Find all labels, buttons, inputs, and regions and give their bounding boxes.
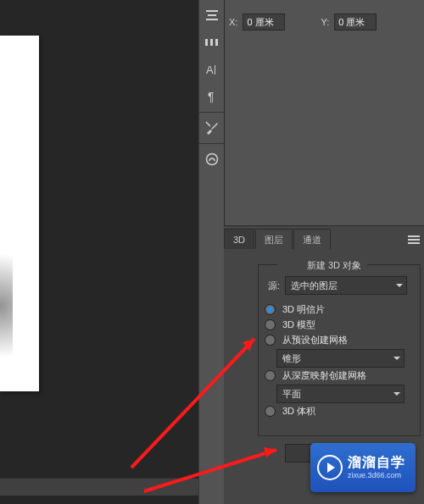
depth-map-value: 平面	[282, 389, 301, 399]
y-input[interactable]: 0 厘米	[334, 14, 377, 30]
svg-rect-12	[408, 239, 420, 241]
svg-rect-3	[205, 39, 208, 46]
paragraph-panel-icon[interactable]: ¶	[200, 85, 223, 108]
source-dropdown[interactable]: 选中的图层	[285, 276, 407, 295]
tab-3d[interactable]: 3D	[224, 229, 254, 250]
svg-rect-11	[408, 235, 420, 237]
play-icon	[317, 455, 343, 480]
status-bar	[0, 478, 198, 496]
preset-mesh-dropdown[interactable]: 锥形	[276, 349, 404, 368]
chevron-down-icon	[396, 284, 403, 287]
svg-line-9	[206, 122, 210, 126]
brush-presets-icon[interactable]	[200, 116, 223, 140]
distribute-spacing-icon[interactable]	[200, 30, 223, 54]
svg-rect-13	[408, 242, 420, 244]
label-depth-map[interactable]: 从深度映射创建网格	[282, 369, 366, 382]
svg-rect-0	[206, 10, 218, 12]
svg-rect-1	[208, 14, 216, 16]
svg-rect-4	[210, 39, 213, 46]
align-distribute-icon[interactable]	[200, 3, 223, 27]
source-value: 选中的图层	[291, 280, 338, 291]
watermark-url: zixue.3d66.com	[348, 472, 405, 480]
radio-3d-model[interactable]	[265, 319, 276, 330]
label-preset-mesh[interactable]: 从预设创建网格	[282, 334, 348, 346]
group-title: 新建 3D 对象	[258, 259, 410, 272]
x-label: X:	[229, 17, 237, 27]
svg-point-10	[206, 154, 217, 165]
radio-preset-mesh[interactable]	[265, 335, 276, 346]
svg-rect-2	[206, 19, 218, 20]
x-input[interactable]: 0 厘米	[243, 14, 285, 30]
properties-tool-strip: A ¶	[198, 0, 224, 504]
radio-3d-volume[interactable]	[265, 406, 276, 417]
watermark: 溜溜自学 zixue.3d66.com	[310, 443, 416, 492]
chevron-down-icon	[393, 357, 400, 360]
svg-text:A: A	[206, 64, 214, 76]
panel-tabs: 3D 图层 通道	[224, 225, 424, 251]
label-3d-postcard[interactable]: 3D 明信片	[282, 303, 325, 316]
watermark-title: 溜溜自学	[348, 455, 405, 470]
options-bar-area: X: 0 厘米 Y: 0 厘米	[224, 0, 424, 225]
depth-map-dropdown[interactable]: 平面	[276, 385, 404, 403]
character-panel-icon[interactable]: A	[200, 58, 223, 81]
tab-channels[interactable]: 通道	[293, 229, 331, 250]
radio-3d-postcard[interactable]	[265, 304, 276, 315]
canvas-area[interactable]	[0, 0, 198, 504]
y-label: Y:	[321, 17, 329, 27]
svg-rect-7	[215, 65, 215, 75]
document-canvas[interactable]	[0, 36, 39, 391]
panel-menu-icon[interactable]	[404, 230, 424, 250]
source-label: 源:	[268, 280, 280, 292]
chevron-down-icon	[393, 392, 400, 396]
canvas-shadow	[0, 242, 13, 369]
label-3d-model[interactable]: 3D 模型	[282, 318, 315, 331]
creative-cloud-icon[interactable]	[200, 147, 223, 171]
svg-text:¶: ¶	[208, 90, 215, 103]
svg-rect-5	[215, 39, 218, 46]
tab-layers[interactable]: 图层	[255, 229, 293, 250]
preset-mesh-value: 锥形	[282, 353, 301, 363]
label-3d-volume[interactable]: 3D 体积	[282, 405, 315, 418]
radio-depth-map[interactable]	[265, 370, 276, 381]
